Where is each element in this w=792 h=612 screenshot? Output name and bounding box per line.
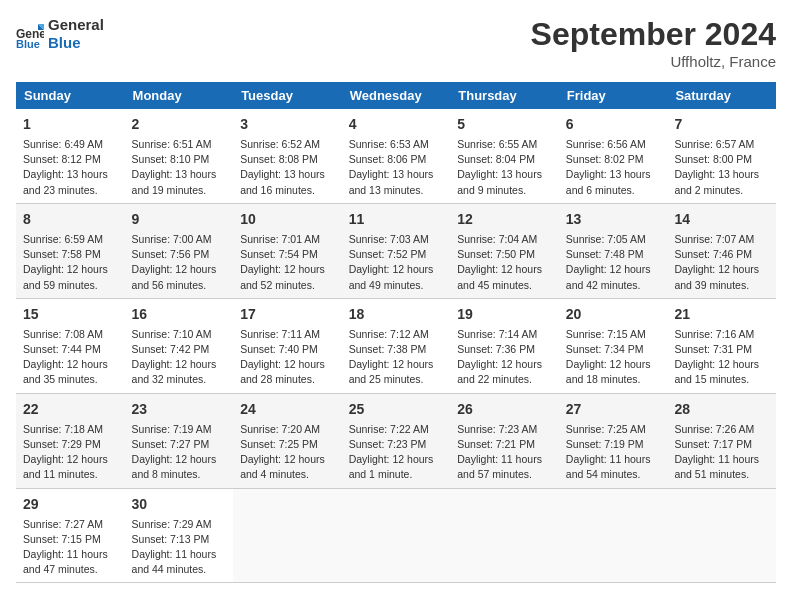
table-row: 15 Sunrise: 7:08 AMSunset: 7:44 PMDaylig… — [16, 298, 776, 393]
table-row: 1 Sunrise: 6:49 AMSunset: 8:12 PMDayligh… — [16, 109, 776, 203]
table-row: 8 Sunrise: 6:59 AMSunset: 7:58 PMDayligh… — [16, 203, 776, 298]
col-friday: Friday — [559, 82, 668, 109]
logo: General Blue General Blue — [16, 16, 104, 52]
list-item: 29 Sunrise: 7:27 AMSunset: 7:15 PMDaylig… — [16, 488, 125, 583]
empty-cell — [233, 488, 342, 583]
col-monday: Monday — [125, 82, 234, 109]
list-item: 17 Sunrise: 7:11 AMSunset: 7:40 PMDaylig… — [233, 298, 342, 393]
empty-cell — [450, 488, 559, 583]
list-item: 20 Sunrise: 7:15 AMSunset: 7:34 PMDaylig… — [559, 298, 668, 393]
list-item: 18 Sunrise: 7:12 AMSunset: 7:38 PMDaylig… — [342, 298, 451, 393]
list-item: 19 Sunrise: 7:14 AMSunset: 7:36 PMDaylig… — [450, 298, 559, 393]
list-item: 4 Sunrise: 6:53 AMSunset: 8:06 PMDayligh… — [342, 109, 451, 203]
list-item: 1 Sunrise: 6:49 AMSunset: 8:12 PMDayligh… — [16, 109, 125, 203]
list-item: 8 Sunrise: 6:59 AMSunset: 7:58 PMDayligh… — [16, 203, 125, 298]
list-item: 3 Sunrise: 6:52 AMSunset: 8:08 PMDayligh… — [233, 109, 342, 203]
list-item: 6 Sunrise: 6:56 AMSunset: 8:02 PMDayligh… — [559, 109, 668, 203]
calendar-table: Sunday Monday Tuesday Wednesday Thursday… — [16, 82, 776, 583]
list-item: 5 Sunrise: 6:55 AMSunset: 8:04 PMDayligh… — [450, 109, 559, 203]
list-item: 11 Sunrise: 7:03 AMSunset: 7:52 PMDaylig… — [342, 203, 451, 298]
list-item: 2 Sunrise: 6:51 AMSunset: 8:10 PMDayligh… — [125, 109, 234, 203]
title-block: September 2024 Uffholtz, France — [531, 16, 776, 70]
list-item: 22 Sunrise: 7:18 AMSunset: 7:29 PMDaylig… — [16, 393, 125, 488]
table-row: 29 Sunrise: 7:27 AMSunset: 7:15 PMDaylig… — [16, 488, 776, 583]
list-item: 14 Sunrise: 7:07 AMSunset: 7:46 PMDaylig… — [667, 203, 776, 298]
list-item: 23 Sunrise: 7:19 AMSunset: 7:27 PMDaylig… — [125, 393, 234, 488]
col-wednesday: Wednesday — [342, 82, 451, 109]
svg-text:Blue: Blue — [16, 38, 40, 48]
empty-cell — [667, 488, 776, 583]
col-tuesday: Tuesday — [233, 82, 342, 109]
month-title: September 2024 — [531, 16, 776, 53]
page-header: General Blue General Blue September 2024… — [16, 16, 776, 70]
col-thursday: Thursday — [450, 82, 559, 109]
list-item: 12 Sunrise: 7:04 AMSunset: 7:50 PMDaylig… — [450, 203, 559, 298]
list-item: 13 Sunrise: 7:05 AMSunset: 7:48 PMDaylig… — [559, 203, 668, 298]
logo-line1: General — [48, 16, 104, 34]
col-saturday: Saturday — [667, 82, 776, 109]
table-row: 22 Sunrise: 7:18 AMSunset: 7:29 PMDaylig… — [16, 393, 776, 488]
list-item: 16 Sunrise: 7:10 AMSunset: 7:42 PMDaylig… — [125, 298, 234, 393]
list-item: 24 Sunrise: 7:20 AMSunset: 7:25 PMDaylig… — [233, 393, 342, 488]
list-item: 10 Sunrise: 7:01 AMSunset: 7:54 PMDaylig… — [233, 203, 342, 298]
logo-line2: Blue — [48, 34, 104, 52]
list-item: 28 Sunrise: 7:26 AMSunset: 7:17 PMDaylig… — [667, 393, 776, 488]
location: Uffholtz, France — [531, 53, 776, 70]
list-item: 7 Sunrise: 6:57 AMSunset: 8:00 PMDayligh… — [667, 109, 776, 203]
list-item: 25 Sunrise: 7:22 AMSunset: 7:23 PMDaylig… — [342, 393, 451, 488]
list-item: 26 Sunrise: 7:23 AMSunset: 7:21 PMDaylig… — [450, 393, 559, 488]
list-item: 21 Sunrise: 7:16 AMSunset: 7:31 PMDaylig… — [667, 298, 776, 393]
list-item: 9 Sunrise: 7:00 AMSunset: 7:56 PMDayligh… — [125, 203, 234, 298]
logo-icon: General Blue — [16, 20, 44, 48]
col-sunday: Sunday — [16, 82, 125, 109]
list-item: 30 Sunrise: 7:29 AMSunset: 7:13 PMDaylig… — [125, 488, 234, 583]
list-item: 27 Sunrise: 7:25 AMSunset: 7:19 PMDaylig… — [559, 393, 668, 488]
list-item: 15 Sunrise: 7:08 AMSunset: 7:44 PMDaylig… — [16, 298, 125, 393]
empty-cell — [342, 488, 451, 583]
empty-cell — [559, 488, 668, 583]
